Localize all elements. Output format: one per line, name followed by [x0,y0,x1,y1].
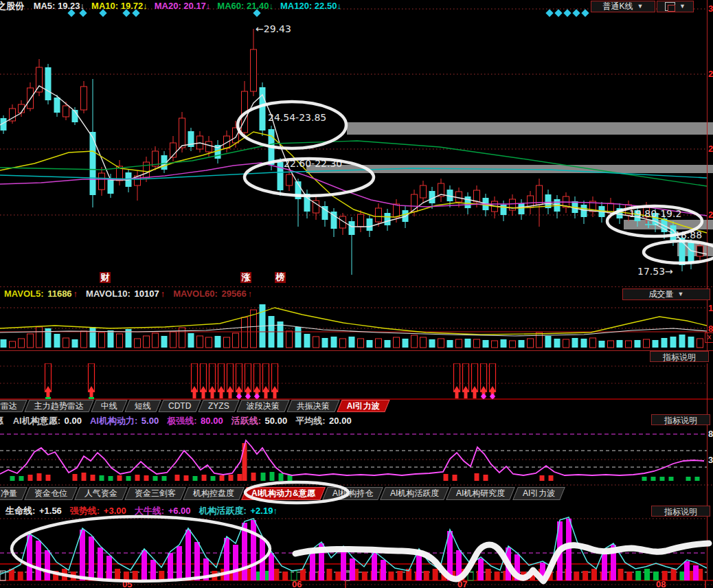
tab-fund-7[interactable]: AI机构持仓 [322,487,383,500]
date-axis-label: 06 [292,579,302,588]
tab-strategy-9[interactable]: AI引力波 [337,400,389,412]
indicator-value: +1.56 [39,506,62,516]
tab-strategy-3[interactable]: 中线 [91,400,127,412]
bottom-help-button[interactable]: 指标说明 [651,506,710,517]
watermark-char: 财 [100,272,111,283]
indicator-label: 平均线: [295,416,328,426]
tab-fund-10[interactable]: AI引力波 [512,487,565,500]
tab-label: 中线 [101,400,117,412]
indicator-value: 50.00 [265,416,288,426]
tab-fund-5[interactable]: 机构控盘度 [183,487,245,500]
indicator-label: 极强线: [167,416,199,426]
volume-axis-label: 1 [708,303,713,313]
kline-type-select[interactable]: 普通K线 ▼ [591,1,655,12]
tab-label: 波段决策 [247,400,280,412]
indicator-item: AI机构动力: 5.00 [90,416,160,426]
tab-strategy-8[interactable]: 共振决策 [286,400,339,412]
indicator-value: 5.00 [142,416,159,426]
signal-chart [0,363,713,400]
tab-label: 人气资金 [84,488,117,499]
tab-fund-6[interactable]: AI机构动力&意愿 [241,487,325,500]
date-axis-label: 07 [457,579,467,588]
indicator-item: MAVOL5: 11686↑ [4,289,79,299]
tab-fund-3[interactable]: 人气资金 [74,487,128,500]
tab-label: CDTD [168,401,191,411]
tab-label: 共振决策 [297,400,330,412]
volume-unit-box: X [705,332,713,343]
tab-label: 机构控盘度 [193,488,234,499]
ma-item: MA5: 19.23↓ [34,1,84,11]
indicator-label: AI机构动力: [90,416,140,426]
kline-type-value: 普通K线 [603,1,633,12]
tab-label: 雷达 [1,400,17,412]
tab-fund-1[interactable]: 净量 [0,487,27,500]
indicator-label: AI机构意愿: [13,416,63,426]
ai-axis-label: 8 [708,429,713,439]
tab-fund-8[interactable]: AI机构活跃度 [380,487,449,500]
tab-strategy-5[interactable]: CDTD [158,400,201,412]
trend-arrow-icon: ↑ [248,289,253,299]
volume-axis-label: 8 [708,324,713,334]
indicator-value: +6.00 [168,506,191,516]
indicator-help-strip [0,350,713,363]
chevron-down-icon: ▼ [637,1,644,12]
tab-strategy-1[interactable]: 雷达 [0,400,27,412]
price-axis-label: 3 [708,3,713,14]
buy-signal-markers [45,363,497,399]
volume-header: MAVOL5: 11686↑MAVOL10: 10107↑MAVOL60: 29… [0,289,255,299]
indicator-label: MAVOL10: [86,289,133,299]
svg-text:19.80-19.2: 19.80-19.2 [629,208,681,219]
tab-label: AI机构活跃度 [390,488,439,499]
tab-label: AI机构动力&意愿 [251,488,315,499]
tab-label: AI机构研究度 [456,488,505,499]
indicator-item: 生命线: +1.56 [5,506,63,516]
tab-label: ZYZS [208,401,229,411]
tab-label: AI引力波 [523,488,555,499]
price-axis-label: 2 [708,69,713,79]
indicator-value: 29566 [222,289,247,299]
indicator-item: 强势线: +3.00 [70,506,128,516]
main-kline-chart: ←29.4324.54-23.8522.60-22.3019.80-19.218… [0,0,713,286]
ma-values: MA5: 19.23↓MA10: 19.72↓MA20: 20.17↓MA60:… [28,1,343,11]
indicator-label: MAVOL60: [173,289,220,299]
chart-style-button[interactable]: ▼ [657,1,694,12]
indicator-item: 活跃线: 50.00 [231,416,289,426]
chevron-down-icon: ▼ [679,1,686,12]
ma-item: MA20: 20.17↓ [155,1,211,11]
indicator-label: 强势线: [70,506,102,516]
svg-text:18.88: 18.88 [675,229,702,240]
watermark-char: 榜 [275,272,286,283]
tab-fund-2[interactable]: 资金仓位 [24,487,78,500]
ma-item: MA60: 21.40↓ [217,1,273,11]
indicator-value: 0.00 [65,416,82,426]
tab-strategy-7[interactable]: 波段决策 [236,400,289,412]
tab-fund-4[interactable]: 资金三剑客 [124,487,186,500]
volume-indicator-select[interactable]: 成交量 ▼ [622,289,710,300]
indicator-value: +3.00 [104,506,126,516]
bottom-panel-header: 生命线: +1.56强势线: +3.00大牛线: +6.00机构活跃度: +2.… [0,505,280,517]
resistance-bands [306,122,713,256]
tab-strategy-2[interactable]: 主力趋势雷达 [24,400,93,412]
volume-help-button[interactable]: 指标说明 [650,351,709,362]
tab-label: AI引力波 [347,400,380,412]
ai-help-button[interactable]: 指标说明 [651,414,710,425]
stock-name: 之股份 [0,1,24,11]
ma-item: MA120: 22.50↓ [280,1,341,11]
chart-layout-icon [665,2,675,11]
svg-text:←29.43: ←29.43 [256,23,291,34]
price-axis-label: 2 [708,210,713,220]
indicator-item: 极强线: 80.00 [167,416,225,426]
tab-label: 资金三剑客 [135,488,176,499]
candles-layer [1,29,703,275]
tab-label: 净量 [1,488,17,499]
ai-axis-label: 3 [708,455,713,465]
tab-fund-9[interactable]: AI机构研究度 [446,487,516,500]
date-axis-label: 05 [122,579,132,588]
tab-label: 资金仓位 [34,488,67,499]
svg-text:17.53→: 17.53→ [637,266,673,277]
strategy-tab-bar: 雷达主力趋势雷达中线短线CDTDZYZS波段决策共振决策AI引力波 [0,400,389,412]
tab-strategy-4[interactable]: 短线 [124,400,161,412]
tab-strategy-6[interactable]: ZYZS [199,400,240,412]
indicator-value: 20.00 [329,416,352,426]
indicator-value: 80.00 [201,416,223,426]
